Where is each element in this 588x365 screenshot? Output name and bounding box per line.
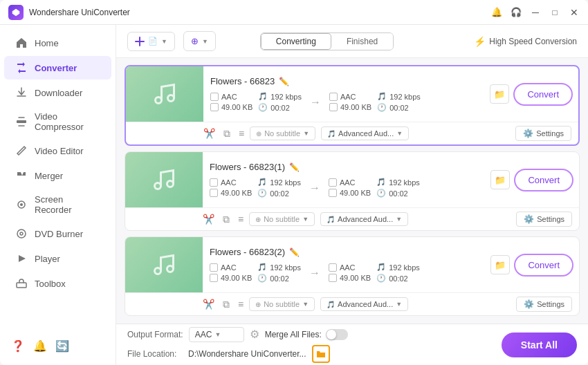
input-size-2: 49.00 KB [221, 189, 252, 197]
subtitle-select-1[interactable]: ⊕ No subtitle ▼ [250, 127, 315, 140]
sidebar-item-compressor[interactable]: Video Compressor [4, 106, 111, 138]
help-icon[interactable]: ❓ [11, 339, 25, 353]
tab-converting[interactable]: Converting [261, 33, 331, 50]
lightning-icon: ⚡ [474, 36, 486, 47]
file-card-top-1: Flowers - 66823 ✏️ AAC 49.00 KB 🎵192 kbp… [126, 66, 578, 122]
file-list: Flowers - 66823 ✏️ AAC 49.00 KB 🎵192 kbp… [116, 58, 588, 324]
format-settings-icon[interactable]: ⚙ [250, 328, 259, 341]
gear-icon-2: ⚙️ [524, 214, 534, 224]
convert-button-1[interactable]: Convert [513, 83, 573, 106]
input-duration-2: 00:02 [270, 189, 289, 198]
subtitle-label-3: No subtitle [264, 300, 300, 308]
folder-plus-icon: ⊕ [191, 36, 199, 46]
settings-btn-1[interactable]: ⚙️ Settings [515, 126, 571, 141]
audio-select-1[interactable]: 🎵 Advanced Aud... ▼ [321, 127, 409, 140]
audio-caret-2: ▼ [396, 216, 402, 223]
sidebar-item-toolbox[interactable]: Toolbox [4, 272, 111, 295]
file-name-row-2: Flowers - 66823(1) ✏️ [210, 162, 478, 172]
subtitle-icon-2: ⊕ [255, 216, 261, 223]
output-size-2: 49.00 KB [340, 189, 371, 197]
audio-label-3: Advanced Aud... [338, 300, 393, 308]
folder-btn-1[interactable]: 📁 [490, 84, 509, 104]
sidebar-item-merger[interactable]: Merger [4, 164, 111, 187]
output-format-row: Output Format: AAC ▼ ⚙ Merge All Files: [127, 327, 490, 342]
title-bar: Wondershare UniConverter 🔔 🎧 ─ □ ✕ [0, 0, 588, 25]
browse-folder-button[interactable] [312, 345, 330, 363]
scissors-icon-3[interactable]: ✂️ [203, 299, 214, 310]
sidebar-item-player[interactable]: Player [4, 247, 111, 270]
sidebar-item-home[interactable]: Home [4, 31, 111, 55]
subtitle-caret-2: ▼ [302, 216, 309, 223]
high-speed-label: High Speed Conversion [489, 37, 577, 46]
bell-icon[interactable]: 🔔 [33, 339, 47, 353]
file-card-top-2: Flowers - 66823(1) ✏️ AAC 49.00 KB 🎵192 … [125, 152, 579, 207]
copy-icon-2[interactable]: ⧉ [223, 214, 230, 225]
headset-icon[interactable]: 🎧 [511, 7, 522, 17]
output-duration-3: 00:02 [389, 274, 408, 283]
output-format-value: AAC [195, 330, 212, 339]
add-folder-button[interactable]: ⊕ ▼ [183, 31, 216, 51]
arrow-icon-1: → [307, 96, 324, 109]
subtitle-select-2[interactable]: ⊕ No subtitle ▼ [249, 212, 315, 226]
copy-icon-1[interactable]: ⧉ [223, 128, 230, 140]
output-bitrate-1: 192 kbps [389, 93, 421, 101]
settings-btn-3[interactable]: ⚙️ Settings [516, 297, 572, 312]
edit-icon-3[interactable]: ✏️ [289, 247, 300, 257]
convert-button-3[interactable]: Convert [514, 254, 573, 277]
output-format-select[interactable]: AAC ▼ [189, 327, 244, 342]
file-location-row: File Location: D:\Wondershare UniConvert… [127, 345, 490, 363]
sidebar-item-recorder[interactable]: Screen Recorder [4, 189, 111, 221]
settings-btn-2[interactable]: ⚙️ Settings [516, 212, 572, 227]
subtitle-icon-1: ⊕ [256, 130, 261, 138]
file-name-row-1: Flowers - 66823 ✏️ [210, 76, 477, 86]
folder-btn-3[interactable]: 📁 [490, 255, 510, 274]
merger-icon [15, 169, 28, 182]
refresh-icon[interactable]: 🔄 [55, 339, 69, 353]
notification-icon[interactable]: 🔔 [491, 7, 502, 17]
file-formats-2: AAC 49.00 KB 🎵192 kbps 🕐00:02 → AAC [210, 178, 478, 198]
minimize-btn[interactable]: ─ [530, 7, 541, 18]
subtitle-select-3[interactable]: ⊕ No subtitle ▼ [249, 297, 315, 311]
sidebar-item-converter[interactable]: Converter [4, 56, 111, 79]
tools-row-3: ✂️ ⧉ ≡ [203, 299, 244, 310]
sidebar-label-editor: Video Editor [35, 146, 84, 156]
settings-label-2: Settings [537, 215, 564, 223]
folder-btn-2[interactable]: 📁 [490, 170, 510, 189]
copy-icon-3[interactable]: ⧉ [223, 299, 230, 310]
add-caret: ▼ [161, 38, 167, 45]
scissors-icon-1[interactable]: ✂️ [203, 128, 215, 139]
audio-select-3[interactable]: 🎵 Advanced Aud... ▼ [320, 297, 408, 311]
input-format-label-2: AAC [221, 178, 237, 187]
sidebar-item-downloader[interactable]: Downloader [4, 81, 111, 104]
file-card-3: Flowers - 66823(2) ✏️ AAC 49.00 KB 🎵192 … [125, 236, 580, 316]
edit-icon-2[interactable]: ✏️ [289, 162, 300, 172]
sidebar-item-editor[interactable]: Video Editor [4, 139, 111, 162]
tools-row-2: ✂️ ⧉ ≡ [203, 214, 244, 225]
player-icon [15, 252, 28, 265]
subtitle-label-1: No subtitle [264, 129, 300, 138]
file-card-2: Flowers - 66823(1) ✏️ AAC 49.00 KB 🎵192 … [125, 151, 580, 231]
audio-label-1: Advanced Aud... [338, 129, 394, 138]
list-icon-3[interactable]: ≡ [238, 299, 244, 310]
home-icon [15, 37, 28, 49]
edit-icon-1[interactable]: ✏️ [279, 77, 289, 86]
add-file-button[interactable]: 📄 ▼ [127, 32, 175, 51]
file-name-1: Flowers - 66823 [210, 76, 275, 86]
maximize-btn[interactable]: □ [549, 8, 560, 17]
file-formats-1: AAC 49.00 KB 🎵192 kbps 🕐00:02 → AAC [210, 92, 477, 112]
input-duration-3: 00:02 [270, 274, 289, 283]
list-icon-1[interactable]: ≡ [239, 128, 244, 139]
start-all-button[interactable]: Start All [502, 333, 577, 357]
audio-select-2[interactable]: 🎵 Advanced Aud... ▼ [320, 212, 408, 226]
sidebar-item-dvd[interactable]: DVD Burner [4, 222, 111, 245]
scissors-icon-2[interactable]: ✂️ [203, 214, 214, 225]
tab-finished[interactable]: Finished [331, 33, 393, 50]
subtitle-label-2: No subtitle [264, 215, 300, 223]
tools-row-1: ✂️ ⧉ ≡ [203, 128, 244, 140]
file-card-bottom-1: ✂️ ⧉ ≡ ⊕ No subtitle ▼ 🎵 Advanced Aud... [126, 122, 578, 144]
list-icon-2[interactable]: ≡ [238, 214, 244, 225]
svg-rect-0 [17, 120, 26, 123]
close-btn[interactable]: ✕ [569, 7, 580, 18]
merge-toggle-switch[interactable] [326, 329, 348, 340]
convert-button-2[interactable]: Convert [514, 169, 573, 191]
